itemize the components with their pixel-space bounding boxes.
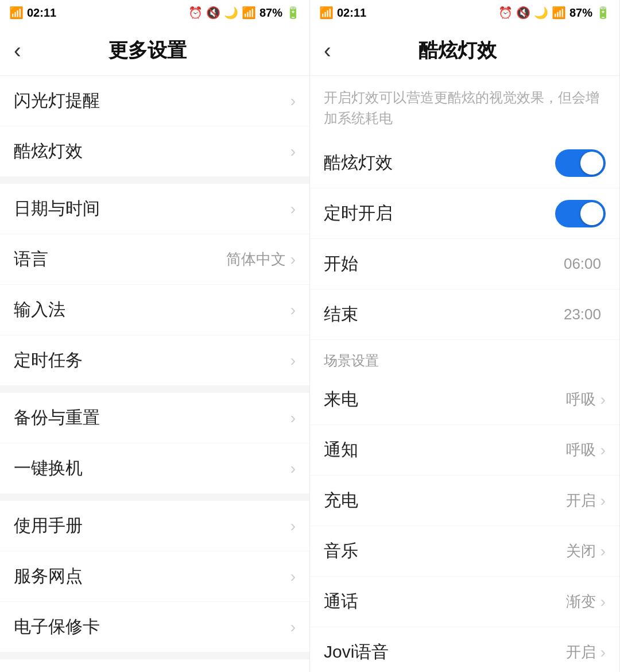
scene-chevron-4: ›: [600, 542, 606, 561]
status-bar-right: 📶 02:11 ⏰ 🔇 🌙 📶 87% 🔋: [310, 0, 619, 25]
datetime-label: 日期与时间: [14, 197, 290, 221]
moon-icon: 🌙: [224, 6, 238, 20]
chevron-icon-2: ›: [290, 142, 296, 161]
list-item-manual[interactable]: 使用手册 ›: [0, 501, 309, 551]
chevron-icon-6: ›: [290, 352, 296, 370]
wifi-icon: 📶: [242, 6, 256, 20]
warranty-label: 电子保修卡: [14, 615, 290, 639]
scene-section-label: 场景设置: [310, 340, 619, 374]
list-item-migrate[interactable]: 一键换机 ›: [0, 443, 309, 494]
music-value: 关闭: [566, 541, 596, 561]
notification-value: 呼吸: [566, 440, 596, 460]
more-settings-panel: 📶 02:11 ⏰ 🔇 🌙 📶 87% 🔋 ‹ 更多设置 闪光灯提醒 › 酷炫灯…: [0, 0, 310, 672]
chevron-icon-8: ›: [290, 459, 296, 478]
item-start-time[interactable]: 开始 06:00: [310, 239, 619, 289]
cool-light-label: 酷炫灯效: [14, 140, 290, 163]
scene-chevron-3: ›: [600, 492, 606, 510]
incoming-call-label: 来电: [324, 388, 566, 411]
list-item-flash[interactable]: 闪光灯提醒 ›: [0, 76, 309, 126]
list-item-input[interactable]: 输入法 ›: [0, 285, 309, 335]
item-cool-light-toggle[interactable]: 酷炫灯效: [310, 138, 619, 188]
list-item-datetime[interactable]: 日期与时间 ›: [0, 184, 309, 234]
item-end-time[interactable]: 结束 23:00: [310, 289, 619, 340]
scene-chevron-2: ›: [600, 441, 606, 459]
divider-4: [0, 652, 309, 659]
timer-toggle-switch[interactable]: [555, 200, 606, 227]
charging-value: 开启: [566, 491, 596, 511]
schedule-label: 定时任务: [14, 349, 290, 372]
divider-2: [0, 386, 309, 393]
chevron-icon: ›: [290, 92, 296, 110]
battery-text-r: 87%: [569, 6, 592, 20]
jovi-value: 开启: [566, 642, 596, 662]
timer-toggle-label: 定时开启: [324, 202, 555, 225]
scene-chevron-6: ›: [600, 643, 606, 662]
alarm-icon: ⏰: [188, 6, 203, 20]
mute-icon-r: 🔇: [516, 6, 530, 20]
chevron-icon-7: ›: [290, 409, 296, 427]
cool-light-header: ‹ 酷炫灯效: [310, 25, 619, 76]
back-button-left[interactable]: ‹: [14, 40, 21, 61]
item-incoming-call[interactable]: 来电 呼吸 ›: [310, 374, 619, 425]
list-item-cool-light[interactable]: 酷炫灯效 ›: [0, 126, 309, 177]
list-item-warranty[interactable]: 电子保修卡 ›: [0, 602, 309, 652]
time-right: 02:11: [337, 6, 366, 20]
item-call[interactable]: 通话 渐变 ›: [310, 577, 619, 627]
more-settings-header: ‹ 更多设置: [0, 25, 309, 76]
chevron-icon-11: ›: [290, 618, 296, 636]
status-bar-right-right: ⏰ 🔇 🌙 📶 87% 🔋: [498, 6, 610, 20]
cool-light-toggle-label: 酷炫灯效: [324, 151, 555, 175]
call-label: 通话: [324, 590, 566, 613]
end-time-value: 23:00: [564, 306, 601, 323]
list-item-service[interactable]: 服务网点 ›: [0, 551, 309, 602]
list-item-backup[interactable]: 备份与重置 ›: [0, 393, 309, 443]
cool-light-panel: 📶 02:11 ⏰ 🔇 🌙 📶 87% 🔋 ‹ 酷炫灯效 开启灯效可以营造更酷炫…: [310, 0, 620, 672]
item-timer-toggle[interactable]: 定时开启: [310, 188, 619, 239]
charging-label: 充电: [324, 489, 566, 512]
chevron-icon-4: ›: [290, 250, 296, 269]
scene-chevron-5: ›: [600, 593, 606, 611]
cool-light-list: 开启灯效可以营造更酷炫的视觉效果，但会增加系统耗电 酷炫灯效 定时开启 开始 0…: [310, 76, 619, 672]
scene-chevron-1: ›: [600, 391, 606, 409]
signal-icon: 📶: [9, 6, 24, 20]
chevron-icon-9: ›: [290, 517, 296, 535]
migrate-label: 一键换机: [14, 457, 290, 480]
incoming-call-value: 呼吸: [566, 389, 596, 410]
alarm-icon-r: ⏰: [498, 6, 513, 20]
service-label: 服务网点: [14, 565, 290, 588]
cool-light-toggle-switch[interactable]: [555, 149, 606, 177]
notification-label: 通知: [324, 438, 566, 462]
call-value: 渐变: [566, 592, 596, 612]
more-settings-list: 闪光灯提醒 › 酷炫灯效 › 日期与时间 › 语言 简体中文 › 输入法 › 定…: [0, 76, 309, 672]
status-bar-right-info: ⏰ 🔇 🌙 📶 87% 🔋: [188, 6, 300, 20]
list-item-ux[interactable]: 用户体验改进计划 已开启 ›: [0, 659, 309, 672]
item-jovi[interactable]: Jovi语音 开启 ›: [310, 627, 619, 672]
battery-icon-r: 🔋: [596, 6, 610, 20]
backup-label: 备份与重置: [14, 406, 290, 430]
back-button-right[interactable]: ‹: [324, 40, 331, 61]
divider-1: [0, 177, 309, 184]
item-charging[interactable]: 充电 开启 ›: [310, 476, 619, 526]
item-music[interactable]: 音乐 关闭 ›: [310, 526, 619, 577]
input-label: 输入法: [14, 298, 290, 322]
cool-light-description: 开启灯效可以营造更酷炫的视觉效果，但会增加系统耗电: [310, 76, 619, 138]
manual-label: 使用手册: [14, 514, 290, 538]
mute-icon: 🔇: [206, 6, 220, 20]
status-bar-left: 📶 02:11 ⏰ 🔇 🌙 📶 87% 🔋: [0, 0, 309, 25]
chevron-icon-3: ›: [290, 200, 296, 218]
status-bar-right-left: 📶 02:11: [319, 6, 366, 20]
list-item-language[interactable]: 语言 简体中文 ›: [0, 234, 309, 285]
language-value: 简体中文: [226, 249, 286, 269]
jovi-label: Jovi语音: [324, 640, 566, 664]
battery-icon: 🔋: [286, 6, 300, 20]
cool-light-title: 酷炫灯效: [340, 37, 575, 64]
battery-text: 87%: [259, 6, 282, 20]
list-item-schedule[interactable]: 定时任务 ›: [0, 335, 309, 386]
wifi-icon-r: 📶: [552, 6, 566, 20]
music-label: 音乐: [324, 539, 566, 563]
flash-label: 闪光灯提醒: [14, 89, 290, 113]
item-notification[interactable]: 通知 呼吸 ›: [310, 425, 619, 476]
language-label: 语言: [14, 248, 226, 271]
divider-3: [0, 494, 309, 501]
chevron-icon-5: ›: [290, 301, 296, 319]
